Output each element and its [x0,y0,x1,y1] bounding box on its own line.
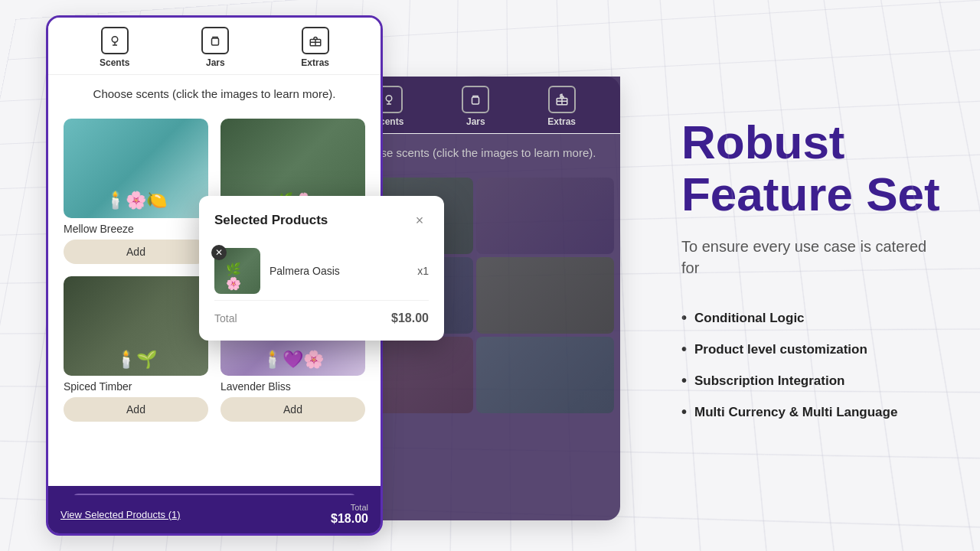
modal-product-qty: x1 [417,265,429,277]
page-layout: Scents Jars [0,0,980,551]
modal-product-img-wrapper: ✕ [214,248,260,294]
selected-products-modal: Selected Products × ✕ Palmera Oasis x1 T… [199,196,444,341]
modal-product-row: ✕ Palmera Oasis x1 [214,242,429,301]
modal-total-label: Total [214,312,237,324]
modal-title: Selected Products [214,213,328,228]
remove-product-button[interactable]: ✕ [211,245,227,260]
modal-footer: Total $18.00 [214,311,429,325]
modal-close-button[interactable]: × [410,211,429,230]
modal-total-price: $18.00 [391,311,429,325]
left-section: Scents Jars [0,0,643,551]
modal-header: Selected Products × [214,211,429,230]
modal-product-name: Palmera Oasis [270,265,408,277]
modal-overlay: Selected Products × ✕ Palmera Oasis x1 T… [0,0,643,551]
